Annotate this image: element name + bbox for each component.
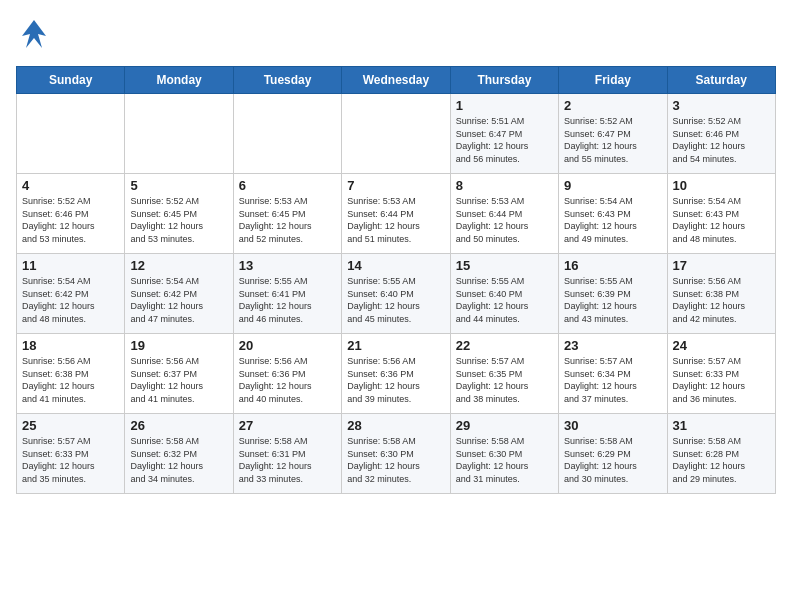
calendar-header: SundayMondayTuesdayWednesdayThursdayFrid… <box>17 67 776 94</box>
day-number: 21 <box>347 338 444 353</box>
day-detail: Sunrise: 5:58 AM Sunset: 6:32 PM Dayligh… <box>130 435 227 485</box>
day-detail: Sunrise: 5:55 AM Sunset: 6:41 PM Dayligh… <box>239 275 336 325</box>
calendar-cell: 29Sunrise: 5:58 AM Sunset: 6:30 PM Dayli… <box>450 414 558 494</box>
day-detail: Sunrise: 5:52 AM Sunset: 6:45 PM Dayligh… <box>130 195 227 245</box>
day-number: 6 <box>239 178 336 193</box>
calendar-cell <box>233 94 341 174</box>
calendar-cell: 21Sunrise: 5:56 AM Sunset: 6:36 PM Dayli… <box>342 334 450 414</box>
day-detail: Sunrise: 5:58 AM Sunset: 6:30 PM Dayligh… <box>456 435 553 485</box>
day-detail: Sunrise: 5:58 AM Sunset: 6:31 PM Dayligh… <box>239 435 336 485</box>
day-number: 5 <box>130 178 227 193</box>
calendar-cell: 22Sunrise: 5:57 AM Sunset: 6:35 PM Dayli… <box>450 334 558 414</box>
calendar-week-row: 11Sunrise: 5:54 AM Sunset: 6:42 PM Dayli… <box>17 254 776 334</box>
day-detail: Sunrise: 5:57 AM Sunset: 6:34 PM Dayligh… <box>564 355 661 405</box>
day-detail: Sunrise: 5:51 AM Sunset: 6:47 PM Dayligh… <box>456 115 553 165</box>
day-detail: Sunrise: 5:56 AM Sunset: 6:38 PM Dayligh… <box>22 355 119 405</box>
calendar-cell: 9Sunrise: 5:54 AM Sunset: 6:43 PM Daylig… <box>559 174 667 254</box>
calendar-week-row: 18Sunrise: 5:56 AM Sunset: 6:38 PM Dayli… <box>17 334 776 414</box>
day-number: 12 <box>130 258 227 273</box>
day-number: 15 <box>456 258 553 273</box>
weekday-header-friday: Friday <box>559 67 667 94</box>
calendar-cell: 11Sunrise: 5:54 AM Sunset: 6:42 PM Dayli… <box>17 254 125 334</box>
calendar-cell: 18Sunrise: 5:56 AM Sunset: 6:38 PM Dayli… <box>17 334 125 414</box>
day-number: 26 <box>130 418 227 433</box>
day-detail: Sunrise: 5:58 AM Sunset: 6:28 PM Dayligh… <box>673 435 770 485</box>
calendar-week-row: 1Sunrise: 5:51 AM Sunset: 6:47 PM Daylig… <box>17 94 776 174</box>
calendar-cell: 12Sunrise: 5:54 AM Sunset: 6:42 PM Dayli… <box>125 254 233 334</box>
day-number: 9 <box>564 178 661 193</box>
day-number: 11 <box>22 258 119 273</box>
day-detail: Sunrise: 5:53 AM Sunset: 6:44 PM Dayligh… <box>456 195 553 245</box>
day-detail: Sunrise: 5:55 AM Sunset: 6:40 PM Dayligh… <box>347 275 444 325</box>
day-number: 27 <box>239 418 336 433</box>
calendar-cell <box>342 94 450 174</box>
weekday-header-sunday: Sunday <box>17 67 125 94</box>
calendar-cell: 27Sunrise: 5:58 AM Sunset: 6:31 PM Dayli… <box>233 414 341 494</box>
day-detail: Sunrise: 5:57 AM Sunset: 6:33 PM Dayligh… <box>673 355 770 405</box>
calendar-cell: 7Sunrise: 5:53 AM Sunset: 6:44 PM Daylig… <box>342 174 450 254</box>
weekday-header-saturday: Saturday <box>667 67 775 94</box>
day-number: 8 <box>456 178 553 193</box>
page-header <box>16 16 776 58</box>
day-detail: Sunrise: 5:58 AM Sunset: 6:29 PM Dayligh… <box>564 435 661 485</box>
day-detail: Sunrise: 5:53 AM Sunset: 6:45 PM Dayligh… <box>239 195 336 245</box>
calendar-body: 1Sunrise: 5:51 AM Sunset: 6:47 PM Daylig… <box>17 94 776 494</box>
calendar-week-row: 4Sunrise: 5:52 AM Sunset: 6:46 PM Daylig… <box>17 174 776 254</box>
weekday-header-monday: Monday <box>125 67 233 94</box>
calendar-cell: 26Sunrise: 5:58 AM Sunset: 6:32 PM Dayli… <box>125 414 233 494</box>
day-number: 16 <box>564 258 661 273</box>
day-detail: Sunrise: 5:57 AM Sunset: 6:35 PM Dayligh… <box>456 355 553 405</box>
calendar-cell: 5Sunrise: 5:52 AM Sunset: 6:45 PM Daylig… <box>125 174 233 254</box>
calendar-cell: 3Sunrise: 5:52 AM Sunset: 6:46 PM Daylig… <box>667 94 775 174</box>
day-number: 14 <box>347 258 444 273</box>
calendar-cell: 23Sunrise: 5:57 AM Sunset: 6:34 PM Dayli… <box>559 334 667 414</box>
calendar-cell: 1Sunrise: 5:51 AM Sunset: 6:47 PM Daylig… <box>450 94 558 174</box>
day-detail: Sunrise: 5:55 AM Sunset: 6:40 PM Dayligh… <box>456 275 553 325</box>
calendar-cell: 15Sunrise: 5:55 AM Sunset: 6:40 PM Dayli… <box>450 254 558 334</box>
calendar-cell: 31Sunrise: 5:58 AM Sunset: 6:28 PM Dayli… <box>667 414 775 494</box>
calendar-cell <box>125 94 233 174</box>
day-detail: Sunrise: 5:54 AM Sunset: 6:43 PM Dayligh… <box>564 195 661 245</box>
day-number: 22 <box>456 338 553 353</box>
day-number: 28 <box>347 418 444 433</box>
day-number: 7 <box>347 178 444 193</box>
weekday-header-wednesday: Wednesday <box>342 67 450 94</box>
day-number: 2 <box>564 98 661 113</box>
calendar-cell: 6Sunrise: 5:53 AM Sunset: 6:45 PM Daylig… <box>233 174 341 254</box>
day-number: 29 <box>456 418 553 433</box>
calendar-cell: 28Sunrise: 5:58 AM Sunset: 6:30 PM Dayli… <box>342 414 450 494</box>
weekday-header-thursday: Thursday <box>450 67 558 94</box>
calendar-cell: 2Sunrise: 5:52 AM Sunset: 6:47 PM Daylig… <box>559 94 667 174</box>
day-number: 13 <box>239 258 336 273</box>
svg-marker-0 <box>22 20 46 48</box>
calendar-cell: 24Sunrise: 5:57 AM Sunset: 6:33 PM Dayli… <box>667 334 775 414</box>
calendar-week-row: 25Sunrise: 5:57 AM Sunset: 6:33 PM Dayli… <box>17 414 776 494</box>
calendar-cell: 10Sunrise: 5:54 AM Sunset: 6:43 PM Dayli… <box>667 174 775 254</box>
day-detail: Sunrise: 5:52 AM Sunset: 6:46 PM Dayligh… <box>22 195 119 245</box>
day-number: 20 <box>239 338 336 353</box>
day-number: 1 <box>456 98 553 113</box>
day-detail: Sunrise: 5:58 AM Sunset: 6:30 PM Dayligh… <box>347 435 444 485</box>
day-number: 19 <box>130 338 227 353</box>
day-number: 23 <box>564 338 661 353</box>
calendar-cell: 17Sunrise: 5:56 AM Sunset: 6:38 PM Dayli… <box>667 254 775 334</box>
calendar-cell: 19Sunrise: 5:56 AM Sunset: 6:37 PM Dayli… <box>125 334 233 414</box>
calendar-cell <box>17 94 125 174</box>
day-detail: Sunrise: 5:54 AM Sunset: 6:42 PM Dayligh… <box>130 275 227 325</box>
day-detail: Sunrise: 5:57 AM Sunset: 6:33 PM Dayligh… <box>22 435 119 485</box>
day-number: 24 <box>673 338 770 353</box>
day-detail: Sunrise: 5:56 AM Sunset: 6:37 PM Dayligh… <box>130 355 227 405</box>
day-detail: Sunrise: 5:54 AM Sunset: 6:43 PM Dayligh… <box>673 195 770 245</box>
day-number: 17 <box>673 258 770 273</box>
day-detail: Sunrise: 5:52 AM Sunset: 6:46 PM Dayligh… <box>673 115 770 165</box>
day-number: 18 <box>22 338 119 353</box>
weekday-row: SundayMondayTuesdayWednesdayThursdayFrid… <box>17 67 776 94</box>
day-detail: Sunrise: 5:55 AM Sunset: 6:39 PM Dayligh… <box>564 275 661 325</box>
calendar-cell: 4Sunrise: 5:52 AM Sunset: 6:46 PM Daylig… <box>17 174 125 254</box>
calendar-cell: 16Sunrise: 5:55 AM Sunset: 6:39 PM Dayli… <box>559 254 667 334</box>
calendar-cell: 14Sunrise: 5:55 AM Sunset: 6:40 PM Dayli… <box>342 254 450 334</box>
calendar-cell: 20Sunrise: 5:56 AM Sunset: 6:36 PM Dayli… <box>233 334 341 414</box>
day-detail: Sunrise: 5:53 AM Sunset: 6:44 PM Dayligh… <box>347 195 444 245</box>
logo <box>16 16 56 58</box>
day-detail: Sunrise: 5:56 AM Sunset: 6:36 PM Dayligh… <box>239 355 336 405</box>
